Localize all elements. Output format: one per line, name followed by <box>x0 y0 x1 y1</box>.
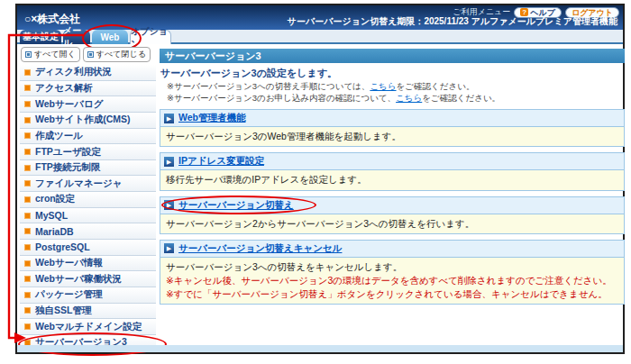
main-content: サーバーバージョン3 サーバーバージョン3の設定をします。 ※サーバーバージョン… <box>160 49 625 305</box>
collapse-all-button[interactable]: すべて閉じる <box>83 47 151 62</box>
arrow-icon: ▶ <box>164 114 174 123</box>
deadline-info: サーバーバージョン切替え期限：2025/11/23 アルファメールプレミア管理者… <box>288 15 617 28</box>
switch-cancel-link[interactable]: サーバーバージョン切替えキャンセル <box>178 242 342 255</box>
bullet-icon <box>24 180 31 187</box>
note-pre: ※サーバーバージョン3のお申し込み内容の確認について、 <box>167 93 396 103</box>
note-line: ※サーバーバージョン3への切替え手順については、こちらをご確認ください。 <box>167 81 625 93</box>
tab-option[interactable]: オプション <box>130 30 171 44</box>
sidebar-item-label: cron設定 <box>35 193 75 205</box>
kochira-link[interactable]: こちら <box>370 81 396 91</box>
sidebar-item-label: Webサーバ稼働状況 <box>35 273 122 286</box>
sidebar-item[interactable]: 作成ツール <box>20 129 156 145</box>
collapse-icon <box>87 51 94 58</box>
note-post: をご確認ください。 <box>422 93 500 103</box>
kochira-link[interactable]: こちら <box>396 93 422 103</box>
bullet-icon <box>24 117 31 123</box>
section-line: 移行先サーバ環境のIPアドレスを設定します。 <box>166 173 618 187</box>
bullet-icon <box>24 149 31 155</box>
sidebar-item-label: FTPユーザ設定 <box>35 146 101 159</box>
sidebar-item[interactable]: Webマルチドメイン設定 <box>20 319 156 335</box>
header-bar: ご利用メニュー ?ヘルプ ログアウト ○×株式会社 サーバーバージョン切替え期限… <box>17 5 623 30</box>
expand-all-button[interactable]: すべて開く <box>21 47 80 62</box>
sidebar-item-label: Webサイト作成(CMS) <box>35 114 131 126</box>
section-line: サーバーバージョン3のWeb管理者機能を起動します。 <box>166 130 618 143</box>
deadline-text: サーバーバージョン切替え期限：2025/11/23 <box>288 16 469 26</box>
sidebar-item[interactable]: パッケージ管理 <box>20 287 156 304</box>
sidebar-item[interactable]: アクセス解析 <box>20 81 156 97</box>
tab-mail[interactable]: メール <box>63 30 90 44</box>
sidebar-item[interactable]: Webサイト作成(CMS) <box>20 113 156 129</box>
sidebar-item-label: アクセス解析 <box>35 82 93 95</box>
bullet-icon <box>24 244 31 250</box>
section-switch-cancel: ▶ サーバーバージョン切替えキャンセル サーバーバージョン3への切替えをキャンセ… <box>160 240 625 305</box>
section-body: サーバーバージョン3への切替えをキャンセルします。 ※キャンセル後、サーバーバー… <box>160 257 624 305</box>
sidebar-item[interactable]: FTPユーザ設定 <box>20 144 156 160</box>
sidebar-item[interactable]: cron設定 <box>20 192 156 208</box>
bullet-icon <box>24 196 31 203</box>
bullet-icon <box>24 292 31 298</box>
section-line: サーバーバージョン3への切替えをキャンセルします。 <box>166 260 618 274</box>
arrow-icon: ▶ <box>164 200 174 210</box>
web-admin-link[interactable]: Web管理者機能 <box>178 112 245 124</box>
arrow-icon: ▶ <box>164 157 174 167</box>
section-line: サーバーバージョン2からサーバーバージョン3への切替えを行います。 <box>166 217 618 231</box>
tab-bar: 基本設定 メール Web オプション <box>17 30 623 44</box>
sidebar-item-label: パッケージ管理 <box>35 288 102 301</box>
section-body: サーバーバージョン2からサーバーバージョン3への切替えを行います。 <box>160 214 624 233</box>
section-body: サーバーバージョン3のWeb管理者機能を起動します。 <box>160 126 624 146</box>
bullet-icon <box>24 165 31 171</box>
page-title: サーバーバージョン3 <box>160 49 625 63</box>
tab-web[interactable]: Web <box>92 30 128 44</box>
note-line: ※サーバーバージョン3のお申し込み内容の確認について、こちらをご確認ください。 <box>167 93 625 105</box>
bullet-icon <box>24 132 31 139</box>
product-name: アルファメールプレミア管理者機能 <box>471 16 617 26</box>
sidebar-item[interactable]: MariaDB <box>20 223 156 240</box>
sidebar-item-label: Webサーバログ <box>35 98 103 111</box>
ip-address-link[interactable]: IPアドレス変更設定 <box>178 155 264 168</box>
bullet-icon <box>24 213 31 219</box>
section-header: ▶ サーバーバージョン切替えキャンセル <box>160 241 624 257</box>
sidebar-item[interactable]: ファイルマネージャ <box>20 176 156 192</box>
sidebar-item-label: 作成ツール <box>35 130 83 142</box>
version-switch-link[interactable]: サーバーバージョン切替え <box>178 199 294 212</box>
expand-all-label: すべて開く <box>34 49 76 60</box>
tab-basic-settings[interactable]: 基本設定 <box>20 30 61 44</box>
sidebar: すべて開く すべて閉じる ディスク利用状況 アクセス解析 Webサーバログ We… <box>20 46 156 351</box>
sidebar-item[interactable]: ディスク利用状況 <box>20 65 156 81</box>
sidebar-menu: ディスク利用状況 アクセス解析 Webサーバログ Webサイト作成(CMS) 作… <box>20 65 156 351</box>
bullet-icon <box>24 69 31 76</box>
section-header: ▶ Web管理者機能 <box>160 110 624 126</box>
sidebar-item[interactable]: MySQL <box>20 208 156 224</box>
sidebar-item[interactable]: Webサーバログ <box>20 96 156 113</box>
bullet-icon <box>24 276 31 282</box>
section-web-admin: ▶ Web管理者機能 サーバーバージョン3のWeb管理者機能を起動します。 <box>160 109 625 147</box>
sidebar-item-label: Webマルチドメイン設定 <box>35 321 142 333</box>
sidebar-item[interactable]: Webサーバ情報 <box>20 256 156 272</box>
bullet-icon <box>24 101 31 107</box>
arrow-icon: ▶ <box>164 243 174 253</box>
warning-line: ※すでに「サーバーバージョン切替え」ボタンをクリックされている場合、キャンセルは… <box>166 287 618 301</box>
section-ip-address: ▶ IPアドレス変更設定 移行先サーバ環境のIPアドレスを設定します。 <box>160 152 625 190</box>
bullet-icon <box>24 307 31 314</box>
expand-icon <box>25 51 32 58</box>
sidebar-item-label: 独自SSL管理 <box>35 305 91 317</box>
sidebar-item-label: ディスク利用状況 <box>35 66 112 78</box>
sidebar-item-label: MySQL <box>35 210 68 221</box>
bullet-icon <box>24 323 31 330</box>
footer-strip <box>17 345 623 352</box>
sidebar-item-label: FTP接続元制限 <box>35 161 100 174</box>
bullet-icon <box>24 228 31 234</box>
collapse-all-label: すべて閉じる <box>96 49 146 60</box>
sidebar-item[interactable]: 独自SSL管理 <box>20 304 156 320</box>
section-body: 移行先サーバ環境のIPアドレスを設定します。 <box>160 169 624 189</box>
sidebar-item[interactable]: Webサーバ稼働状況 <box>20 271 156 287</box>
section-header: ▶ サーバーバージョン切替え <box>160 197 624 214</box>
bullet-icon <box>24 85 31 91</box>
section-header: ▶ IPアドレス変更設定 <box>160 153 624 169</box>
note-post: をご確認ください。 <box>397 81 475 91</box>
sidebar-item-label: ファイルマネージャ <box>35 177 122 190</box>
sidebar-item[interactable]: FTP接続元制限 <box>20 160 156 177</box>
sidebar-item[interactable]: PostgreSQL <box>20 240 156 256</box>
note-pre: ※サーバーバージョン3への切替え手順については、 <box>167 81 370 91</box>
sidebar-item-label: PostgreSQL <box>35 241 90 252</box>
